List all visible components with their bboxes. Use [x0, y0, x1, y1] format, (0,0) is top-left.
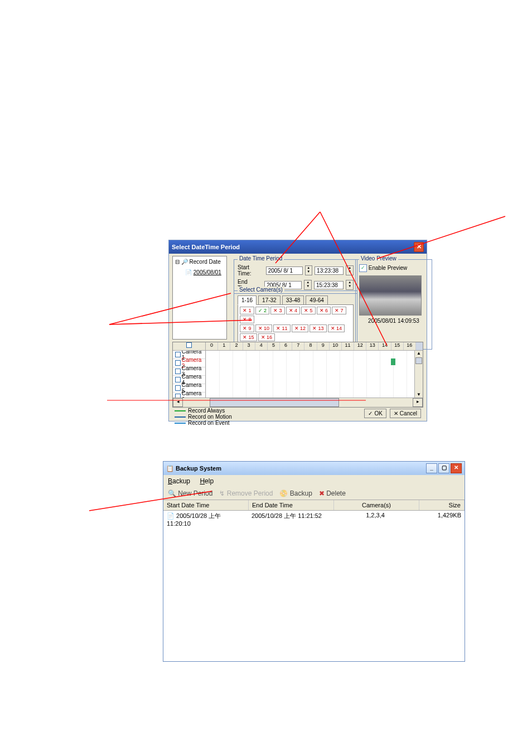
camera-icon: [175, 377, 181, 382]
tab-1-16[interactable]: 1-16: [238, 295, 257, 305]
record-date-tree[interactable]: ⊟ 🔎 Record Date 📄 2005/08/01: [172, 256, 227, 340]
video-preview-legend: Video Preview: [359, 255, 398, 261]
cancel-button[interactable]: ✕ Cancel: [390, 409, 421, 418]
camera-toggle[interactable]: ✕ 5: [301, 307, 316, 314]
spinner-icon[interactable]: ▲▼: [346, 280, 354, 290]
camera-icon: [175, 385, 181, 391]
hour-tick: 7: [292, 342, 304, 350]
hour-tick: 8: [304, 342, 317, 350]
remove-period-button: ↯ Remove Period: [219, 490, 273, 497]
timeline-camera-row[interactable]: Camera 6: [173, 392, 205, 398]
camera-icon: [175, 352, 181, 357]
col-start[interactable]: Start Date Time: [163, 500, 249, 510]
scroll-thumb[interactable]: [210, 398, 339, 407]
hour-tick: 6: [280, 342, 292, 350]
camera-toggle[interactable]: ✕ 7: [332, 307, 346, 314]
close-icon[interactable]: ✕: [414, 242, 424, 252]
camera-toggle[interactable]: ✕ 6: [317, 307, 331, 314]
dialog-titlebar: Select DateTime Period ✕: [169, 240, 427, 254]
minimize-icon[interactable]: _: [426, 463, 437, 473]
timeline-clip[interactable]: [391, 358, 395, 365]
camera-toggle[interactable]: ✕ 4: [286, 307, 301, 314]
toolbar: 🔍 New Period ↯ Remove Period 📀 Backup ✖ …: [163, 487, 465, 500]
scroll-right-icon[interactable]: ▸: [413, 398, 423, 407]
enable-preview-row: ✓ Enable Preview: [359, 264, 428, 272]
backup-title: 📋 Backup System: [166, 465, 221, 472]
start-row: Start Time: 2005/ 8/ 1▲▼ 13:23:38▲▼: [238, 264, 354, 277]
dialog-buttons: ✓ OK ✕ Cancel: [364, 409, 421, 418]
menu-backup[interactable]: Backup: [168, 477, 190, 485]
backup-titlebar: 📋 Backup System _ ▢ ✕: [163, 462, 465, 475]
tree-root[interactable]: ⊟ 🔎 Record Date: [173, 256, 226, 267]
hour-tick: 16: [404, 342, 416, 350]
window-controls: _ ▢ ✕: [426, 463, 462, 473]
tree-date[interactable]: 📄 2005/08/01: [173, 267, 226, 278]
scroll-left-icon[interactable]: ◂: [173, 398, 183, 407]
hscroll[interactable]: ◂ ▸: [173, 398, 423, 407]
spinner-icon[interactable]: ▲▼: [305, 265, 313, 275]
enable-preview-checkbox[interactable]: ✓: [359, 264, 367, 272]
col-cameras[interactable]: Camera(s): [334, 500, 419, 510]
preview-timestamp: 2005/08/01 14:09:53: [359, 318, 428, 324]
vscroll[interactable]: ▲ ▼: [414, 351, 423, 398]
menu-bar: Backup Help: [163, 475, 465, 487]
camera-toggle[interactable]: ✕ 16: [258, 333, 275, 341]
camera-toggle[interactable]: ✕ 11: [273, 324, 291, 332]
timeline-grid[interactable]: [206, 351, 414, 398]
camera-toggle[interactable]: ✕ 9: [240, 324, 254, 332]
close-icon[interactable]: ✕: [451, 463, 462, 473]
select-cameras-group: Select Camera(s) 1-16 17-32 33-48 49-64 …: [234, 290, 357, 350]
camera-toggle[interactable]: ✕ 8: [240, 316, 254, 323]
tab-33-48[interactable]: 33-48: [282, 295, 304, 305]
hour-tick: 1: [218, 342, 230, 350]
hour-tick: 5: [268, 342, 280, 350]
backup-header-row: Start Date Time End Date Time Camera(s) …: [163, 500, 465, 511]
menu-help[interactable]: Help: [200, 477, 214, 485]
hour-tick: 11: [342, 342, 354, 350]
ok-button[interactable]: ✓ OK: [364, 409, 386, 418]
hour-tick: 0: [206, 342, 218, 350]
hour-tick: 2: [230, 342, 243, 350]
hour-tick: 15: [391, 342, 404, 350]
end-time-input[interactable]: 15:23:38: [314, 281, 344, 289]
backup-row[interactable]: 📄 2005/10/28 上午 11:20:10 2005/10/28 上午 1…: [163, 511, 465, 528]
col-end[interactable]: End Date Time: [249, 500, 334, 510]
camera-toggle[interactable]: ✕ 10: [255, 324, 273, 332]
hour-tick: 10: [330, 342, 342, 350]
start-time-input[interactable]: 13:23:38: [315, 266, 344, 275]
camera-tabs: 1-16 17-32 33-48 49-64: [238, 295, 354, 305]
spinner-icon[interactable]: ▲▼: [304, 280, 312, 290]
maximize-icon[interactable]: ▢: [438, 463, 449, 473]
camera-toggle[interactable]: ✕ 3: [270, 307, 285, 314]
camera-toggle[interactable]: ✓ 2: [255, 307, 270, 314]
backup-button[interactable]: 📀 Backup: [279, 490, 312, 497]
tab-17-32[interactable]: 17-32: [258, 295, 280, 305]
calendar-icon[interactable]: [186, 342, 192, 348]
camera-icon: [175, 369, 181, 374]
select-datetime-dialog: Select DateTime Period ✕ ⊟ 🔎 Record Date…: [168, 240, 427, 421]
camera-icon: [175, 360, 181, 366]
tab-49-64[interactable]: 49-64: [306, 295, 328, 305]
preview-image: [359, 275, 422, 316]
zoom-icon[interactable]: [416, 342, 423, 350]
start-date-input[interactable]: 2005/ 8/ 1: [266, 266, 303, 275]
camera-grid: ✕ 1✓ 2✕ 3✕ 4✕ 5✕ 6✕ 7✕ 8 ✕ 9✕ 10✕ 11✕ 12…: [238, 304, 354, 343]
timeline-body: Camera 1Camera 2Camera 3Camera 4Camera 5…: [173, 351, 423, 398]
backup-system-window: 📋 Backup System _ ▢ ✕ Backup Help 🔍 New …: [163, 461, 465, 662]
delete-button[interactable]: ✖ Delete: [319, 490, 346, 497]
camera-toggle[interactable]: ✕ 13: [309, 324, 327, 332]
col-size[interactable]: Size: [419, 500, 465, 510]
dialog-title: Select DateTime Period: [172, 244, 240, 250]
select-cameras-legend: Select Camera(s): [238, 287, 284, 293]
new-period-button[interactable]: 🔍 New Period: [168, 490, 212, 497]
camera-toggle[interactable]: ✕ 1: [240, 307, 254, 314]
spinner-icon[interactable]: ▲▼: [346, 265, 354, 275]
timeline-panel: 012345678910111213141516 Camera 1Camera …: [172, 342, 423, 408]
timeline-ruler: 012345678910111213141516: [173, 342, 423, 351]
camera-toggle[interactable]: ✕ 14: [328, 324, 345, 332]
record-legend: Record Always Record on Motion Record on…: [175, 408, 232, 426]
video-preview-group: Video Preview ✓ Enable Preview 2005/08/0…: [355, 259, 432, 350]
camera-toggle[interactable]: ✕ 15: [240, 333, 257, 341]
hour-tick: 12: [354, 342, 366, 350]
camera-toggle[interactable]: ✕ 12: [292, 324, 309, 332]
